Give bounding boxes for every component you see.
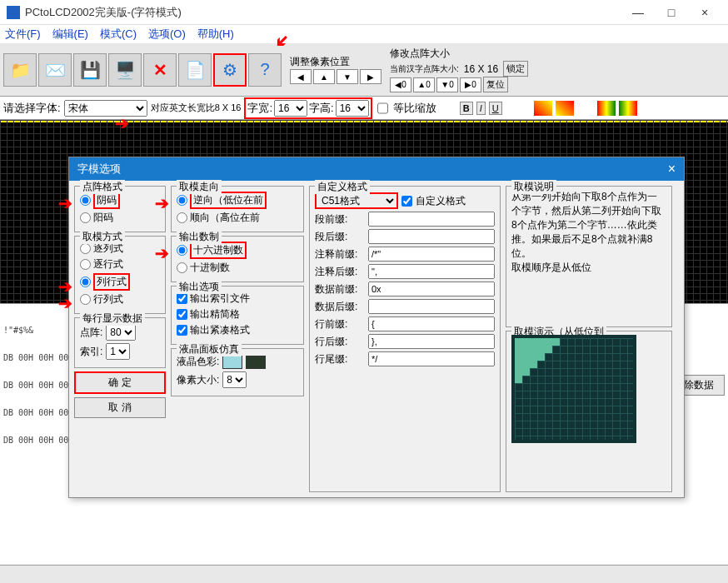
index-select[interactable]: 1 [106,343,130,360]
current-size-label: 当前汉字点阵大小: [390,63,459,75]
minimize-button[interactable]: — [621,6,655,19]
tight-label: 输出紧凑格式 [190,323,250,337]
adjust-up-button[interactable]: ▲ [313,69,335,84]
hex-radio[interactable] [177,245,187,256]
window-title: PCtoLCD2002完美版-(字符模式) [25,5,621,20]
tight-checkbox[interactable] [177,325,187,336]
font-select[interactable]: 宋体 [64,100,147,117]
modify-size-label: 修改点阵大小 [390,47,528,61]
yin-radio[interactable] [80,195,91,206]
menu-edit[interactable]: 编辑(E) [52,27,88,42]
lcd-group: 液晶面板仿真 液晶色彩: 像素大小:8 [171,348,304,396]
dot-select[interactable]: 80 [106,324,136,341]
font-row: 请选择字体: 宋体 对应英文长宽比8 X 16 字宽: 16 字高: 16 等比… [0,97,728,120]
toolbar-save-button[interactable]: 💾 [73,53,107,87]
size-up-button[interactable]: ▲0 [413,77,435,92]
font-options-dialog: 字模选项 × 点阵格式 ➔ 阴码 阳码 取模方式 逐列式 逐行式 ➔ 列行式 ➔… [68,157,685,498]
ok-button[interactable]: 确 定 [74,371,166,394]
menu-options[interactable]: 选项(O) [148,27,186,42]
lcd-color-fg[interactable] [222,356,242,369]
equal-scale-checkbox[interactable] [377,100,388,117]
custom-legend: 自定义格式 [315,180,370,194]
dot-format-group: 点阵格式 ➔ 阴码 阳码 [74,186,166,232]
compact-checkbox[interactable] [177,309,187,320]
explain-group: 取模说明 从第一列开始向下取8个点作为一个字节，然后从第二列开始向下取8个点作为… [506,186,672,327]
seg-prefix-label: 段前缀: [315,212,365,227]
cancel-button[interactable]: 取 消 [74,397,166,418]
menu-help[interactable]: 帮助(H) [197,27,234,42]
index-file-checkbox[interactable] [177,293,187,304]
col-row-label: 列行式 [93,273,130,291]
line-prefix-input[interactable] [368,316,495,331]
toolbar-open-button[interactable]: 📁 [3,53,37,87]
adjust-right-button[interactable]: ▶ [360,69,381,84]
mirror-tool-2[interactable] [619,101,637,116]
size-right-button[interactable]: ▶0 [460,77,481,92]
reset-button[interactable]: 复位 [483,77,508,92]
mode-group: 取模方式 逐列式 逐行式 ➔ 列行式 ➔ 行列式 [74,236,166,314]
lcd-legend: 液晶面板仿真 [177,342,242,356]
annotation-arrow-icon: ➔ [115,113,129,133]
forward-radio[interactable] [177,212,187,223]
height-select[interactable]: 16 [336,100,369,117]
italic-button[interactable]: I [476,102,486,115]
toolbar-mail-button[interactable]: ✉️ [38,53,72,87]
yang-radio[interactable] [80,212,91,223]
line-suffix-input[interactable] [368,334,495,349]
reverse-radio[interactable] [177,195,187,206]
comment-prefix-label: 注释前缀: [315,247,365,262]
row-by-row-radio[interactable] [80,259,91,270]
adjust-down-button[interactable]: ▼ [337,69,358,84]
explain-legend: 取模说明 [511,180,556,194]
dot-format-legend: 点阵格式 [80,180,125,194]
line-prefix-label: 行前缀: [315,317,365,331]
close-button[interactable]: × [688,6,721,19]
custom-checkbox[interactable] [401,196,412,207]
annotation-arrow-icon: ➔ [58,193,72,213]
current-size-value: 16 X 16 [464,63,498,75]
window-titlebar: PCtoLCD2002完美版-(字符模式) — □ × [0,0,728,25]
color-tool-1[interactable] [534,101,552,116]
width-label: 字宽: [247,101,272,116]
lcd-pixel-select[interactable]: 8 [222,371,247,388]
seg-prefix-input[interactable] [368,212,495,227]
size-box-highlight: 字宽: 16 字高: 16 [244,97,371,119]
toolbar-settings-button[interactable]: ⚙ [213,53,247,87]
color-tool-2[interactable] [556,101,574,116]
maximize-button[interactable]: □ [655,6,688,19]
toolbar-delete-button[interactable]: ✕ [143,53,177,87]
mirror-tool-1[interactable] [597,101,616,116]
lcd-color-bg[interactable] [246,356,266,369]
data-prefix-input[interactable] [368,282,495,296]
radix-legend: 输出数制 [177,230,222,244]
col-by-col-radio[interactable] [80,243,91,254]
en-size-label: 对应英文长宽比8 X 16 [151,102,242,114]
seg-suffix-input[interactable] [368,229,495,244]
format-select[interactable]: C51格式 [315,192,398,209]
toolbar-note-button[interactable]: 📄 [178,53,212,87]
size-down-button[interactable]: ▼0 [436,77,458,92]
seg-suffix-label: 段后缀: [315,230,365,244]
line-end-input[interactable] [368,351,495,366]
menu-mode[interactable]: 模式(C) [100,27,137,42]
menu-file[interactable]: 文件(F) [5,27,41,42]
width-select[interactable]: 16 [274,100,307,117]
bold-button[interactable]: B [460,102,473,115]
dialog-title: 字模选项 [77,162,121,177]
toolbar-help-button[interactable]: ? [248,53,282,87]
comment-suffix-input[interactable] [368,264,495,279]
dec-radio[interactable] [177,262,187,273]
dialog-close-button[interactable]: × [668,162,676,177]
line-end-label: 行尾缀: [315,352,365,366]
per-line-legend: 每行显示数据 [80,311,145,326]
size-left-button[interactable]: ◀0 [390,77,411,92]
data-suffix-input[interactable] [368,299,495,314]
dec-label: 十进制数 [190,261,230,275]
col-row-radio[interactable] [80,277,91,287]
lock-button[interactable]: 锁定 [503,61,528,77]
adjust-left-button[interactable]: ◀ [290,69,312,84]
underline-button[interactable]: U [489,102,502,115]
comment-prefix-input[interactable] [368,247,495,262]
toolbar-device-button[interactable]: 🖥️ [108,53,142,87]
row-col-radio[interactable] [80,294,91,305]
